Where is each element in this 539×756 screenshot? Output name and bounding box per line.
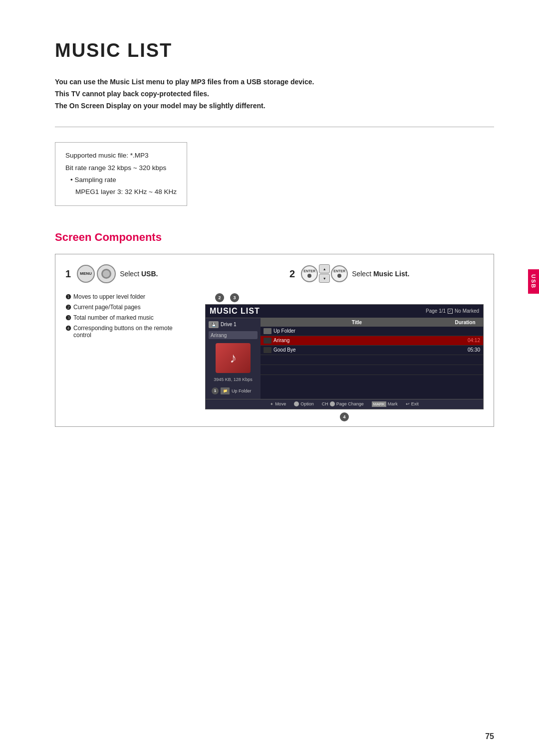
music-ui: MUSIC LIST Page 1/1 ✓ No Marked 💾 [205,304,484,409]
music-thumbnail: ♪ [216,343,251,373]
badge-2: 2 [215,293,224,302]
toolbar-page-change: CH Page Change [322,401,364,406]
diagram-content: ❶ Moves to upper level folder ❷ Current … [65,293,484,421]
toolbar-move: ✦ Move [270,401,286,406]
move-icon: ✦ [270,402,273,406]
row-music-icon-arirang [264,338,271,344]
ch-label: CH [322,401,328,406]
music-row-goodbye[interactable]: Good Bye 05:30 [261,346,483,355]
nav-down[interactable]: ▼ [319,274,330,283]
legend-item2: ❷ Current page/Total pages [65,304,190,311]
intro-section: You can use the Music List menu to play … [55,76,494,112]
badge-1: 1 [212,387,219,394]
nav-up[interactable]: ▲ [319,264,330,273]
info-box: Supported music file: *.MP3 Bit rate ran… [55,142,187,205]
exit-icon: ↩ [406,401,410,406]
music-ui-title: MUSIC LIST [210,307,260,316]
music-ui-container: 2 3 MUSIC LIST Page 1/1 ✓ No Marked [205,293,484,421]
music-left-panel: 💾 Drive 1 Arirang ♪ 3945 KB, 128 Kbps [206,318,261,399]
diagram-box: 1 MENU Select USB. 2 [55,254,494,427]
info-line3: • Sampling rate [70,174,177,186]
step1-block: 1 MENU Select USB. [65,264,260,283]
intro-line2: This TV cannot play back copy-protected … [55,88,494,100]
intro-line1: You can use the Music List menu to play … [55,76,494,88]
enter-button2[interactable]: ENTER [331,265,348,282]
row-arirang-duration: 04:12 [450,338,480,343]
music-row-empty1 [261,355,483,365]
music-row-upfolder[interactable]: Up Folder [261,327,483,336]
badge-row: 2 3 [210,293,484,303]
row-folder-icon [264,328,271,334]
music-row-arirang[interactable]: Arirang 04:12 [261,336,483,346]
folder-selected: Arirang [209,331,258,339]
page-title: MUSIC LIST [55,40,494,61]
badge-4: 4 [340,412,349,421]
music-note-icon: ♪ [230,350,237,366]
step1-label: Select USB. [120,270,158,278]
row-arirang-name: Arirang [273,338,450,343]
enter-button1[interactable]: ENTER [301,265,318,282]
legend-item1: ❶ Moves to upper level folder [65,293,190,301]
step2-block: 2 ENTER ▲ ▼ ENTER [289,264,484,283]
col-duration-header: Duration [450,320,480,325]
music-table-header: Title Duration [261,318,483,327]
file-info: 3945 KB, 128 Kbps [209,377,258,382]
up-folder-row-left: 1 📁 Up Folder [209,386,258,396]
music-right-panel: Title Duration Up Folder [261,318,483,399]
badge4-container: 4 [205,411,484,421]
legend-num4: ❹ [65,325,71,332]
page-number: 75 [485,732,494,741]
section-divider [55,127,494,127]
info-line1: Supported music file: *.MP3 [65,150,177,162]
step1-number: 1 [65,269,71,279]
legend-num3: ❸ [65,314,71,322]
enter-label1: ENTER [303,269,315,273]
usb-tab: USB [528,269,539,294]
drive-item: 💾 Drive 1 [209,321,258,328]
ch-icon [330,401,335,406]
music-content: 💾 Drive 1 Arirang ♪ 3945 KB, 128 Kbps [206,318,483,399]
drive-icon: 💾 [209,321,219,328]
mark-badge: MARK [372,401,386,407]
option-button-icon [294,401,299,406]
up-folder-icon-left: 📁 [221,387,230,394]
step2-label: Select Music List. [352,270,409,278]
info-line4: MPEG1 layer 3: 32 KHz ~ 48 KHz [75,186,177,198]
legend-num1: ❶ [65,293,71,301]
legend-panel: ❶ Moves to upper level folder ❷ Current … [65,293,195,421]
nav-updown: ▲ ▼ [319,264,330,283]
section-components-title: Screen Components [55,231,494,244]
badge-3: 3 [230,293,239,302]
toolbar-exit[interactable]: ↩ Exit [406,401,419,406]
music-row-empty2 [261,365,483,375]
menu-button[interactable]: MENU [77,265,95,283]
toolbar-option[interactable]: Option [294,401,314,406]
wheel-icon [97,264,116,283]
info-line2: Bit rate range 32 kbps ~ 320 kbps [65,162,177,174]
step2-number: 2 [289,269,295,279]
col-title-header: Title [264,320,450,325]
step1-buttons: MENU [77,264,116,283]
music-ui-page-info: Page 1/1 ✓ No Marked [426,308,479,314]
step2-buttons: ENTER ▲ ▼ ENTER [301,264,348,283]
legend-num2: ❷ [65,304,71,311]
steps-area: 1 MENU Select USB. 2 [65,264,484,283]
row-music-icon-goodbye [264,347,271,353]
toolbar-mark[interactable]: MARK Mark [372,401,398,407]
row-goodbye-duration: 05:30 [450,347,480,353]
enter-label2: ENTER [333,269,345,273]
row-goodbye-name: Good Bye [273,347,450,353]
intro-line3: The On Screen Display on your model may … [55,100,494,112]
row-upfolder-name: Up Folder [273,328,450,334]
music-toolbar: ✦ Move Option CH Page Change [206,399,483,409]
music-ui-header: MUSIC LIST Page 1/1 ✓ No Marked [206,305,483,318]
no-marked-checkbox: ✓ [448,309,453,314]
legend-item4: ❹ Corresponding buttons on the remote co… [65,325,190,339]
menu-label: MENU [80,271,92,276]
legend-item3: ❸ Total number of marked music [65,314,190,322]
